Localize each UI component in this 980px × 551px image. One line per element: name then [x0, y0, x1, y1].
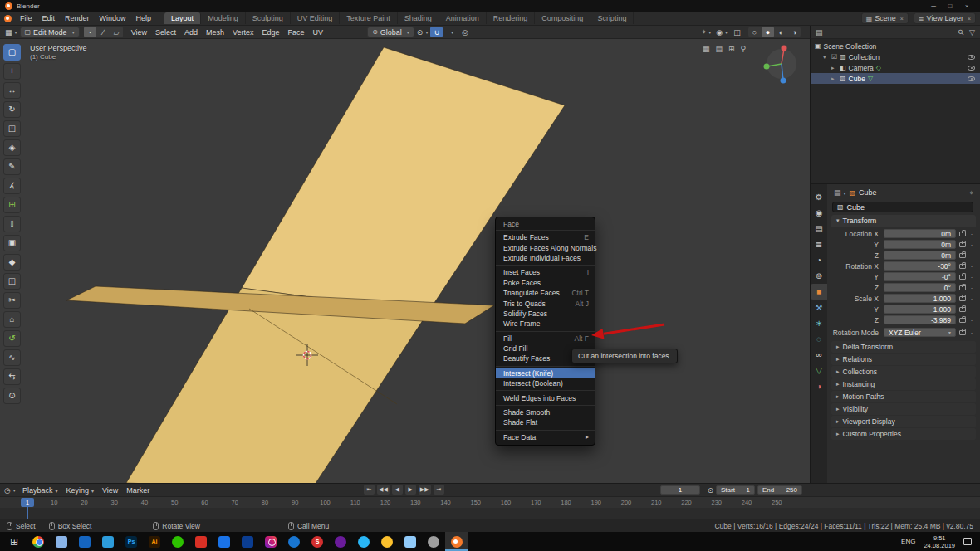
tool-extrude[interactable]: ⇧: [3, 216, 21, 232]
chrome-icon[interactable]: [27, 532, 50, 551]
section-delta-transform[interactable]: Delta Transform: [831, 341, 976, 353]
taskbar-app-icon-16[interactable]: [375, 532, 399, 551]
outliner-filter-icon[interactable]: ▽: [969, 28, 975, 37]
taskbar-app-icon-18[interactable]: [422, 532, 445, 551]
expand-arrow-icon[interactable]: ▸: [831, 76, 837, 82]
tray-clock[interactable]: 9:51 24.08.2019: [924, 534, 955, 549]
viewport-menu-vertex[interactable]: Vertex: [228, 27, 258, 37]
proportional-editing-icon[interactable]: ◎: [458, 27, 471, 37]
render-tab[interactable]: ◉: [811, 205, 827, 221]
modifiers-tab[interactable]: ⚒: [811, 300, 827, 315]
current-frame-field[interactable]: 1: [660, 485, 700, 495]
lock-icon[interactable]: [959, 232, 966, 236]
viewport-menu-add[interactable]: Add: [180, 27, 202, 37]
tool-spin[interactable]: ↺: [3, 330, 21, 347]
menu-file[interactable]: File: [15, 12, 37, 24]
blender-icon[interactable]: [445, 532, 468, 551]
decorator-dot[interactable]: [968, 284, 975, 292]
section-instancing[interactable]: Instancing: [831, 378, 976, 390]
workspace-tab-layout[interactable]: Layout: [164, 12, 201, 24]
photoshop-icon[interactable]: Ps: [120, 532, 143, 551]
decorator-dot[interactable]: [968, 329, 975, 337]
outliner-row-scene-collection[interactable]: ▣Scene Collection: [811, 41, 980, 51]
lock-icon[interactable]: [959, 264, 966, 269]
view-layer-unlink-icon[interactable]: ×: [968, 16, 971, 22]
visibility-eye-icon[interactable]: [968, 55, 975, 60]
play-reverse-button[interactable]: ◀: [392, 485, 403, 495]
section-custom-properties[interactable]: Custom Properties: [831, 428, 976, 440]
menu-item-solidify-faces[interactable]: Solidify Faces: [496, 309, 595, 319]
taskbar-app-icon-9[interactable]: [213, 532, 236, 551]
workspace-tab-rendering[interactable]: Rendering: [487, 12, 536, 24]
tool-bevel[interactable]: ◆: [3, 254, 21, 271]
lock-icon[interactable]: [959, 275, 966, 280]
decorator-dot[interactable]: [968, 316, 975, 324]
object-data-tab[interactable]: ▽: [811, 363, 827, 378]
menu-help[interactable]: Help: [131, 12, 157, 24]
menu-item-extrude-faces-along-normals[interactable]: Extrude Faces Along Normals: [496, 242, 595, 252]
viewport-menu-select[interactable]: Select: [151, 27, 180, 37]
visibility-eye-icon[interactable]: [968, 76, 975, 81]
transform-value-field[interactable]: 0°: [884, 283, 956, 292]
close-button[interactable]: ×: [958, 2, 975, 10]
lock-icon[interactable]: [959, 296, 966, 301]
next-keyframe-button[interactable]: ▶▶: [419, 485, 431, 495]
mode-dropdown[interactable]: ▢ Edit Mode: [20, 27, 80, 37]
transform-value-field[interactable]: -30°: [884, 261, 956, 271]
section-viewport-display[interactable]: Viewport Display: [831, 416, 976, 427]
transform-value-field[interactable]: 0m: [884, 251, 956, 260]
tool-loop-cut[interactable]: ◫: [3, 273, 21, 290]
workspace-tab-shading[interactable]: Shading: [398, 12, 439, 24]
pin-icon[interactable]: ⌖: [969, 188, 973, 197]
tool-move[interactable]: ↔: [3, 82, 21, 99]
decorator-dot[interactable]: [968, 273, 975, 281]
view-layer-selector[interactable]: ≣ View Layer ×: [914, 12, 976, 24]
rotation-mode-dropdown[interactable]: XYZ Euler: [884, 328, 956, 337]
transform-panel-header[interactable]: Transform: [831, 215, 976, 227]
viewport-menu-mesh[interactable]: Mesh: [202, 27, 228, 37]
taskbar-app-icon-15[interactable]: [352, 532, 375, 551]
tool-cursor[interactable]: +: [3, 63, 21, 80]
start-frame-field[interactable]: Start 1: [716, 485, 755, 495]
edge-select-mode[interactable]: ∕: [97, 27, 110, 37]
taskbar-app-icon-17[interactable]: [399, 532, 422, 551]
material-tab[interactable]: ◑: [811, 378, 827, 394]
transform-value-field[interactable]: -0°: [884, 272, 956, 281]
tool-edge-slide[interactable]: ⇆: [3, 368, 21, 385]
viewport-menu-edge[interactable]: Edge: [258, 27, 284, 37]
taskbar-app-icon-12[interactable]: [282, 532, 306, 551]
menu-item-intersect-knife[interactable]: Intersect (Knife): [496, 368, 595, 378]
overlays-toggle-icon[interactable]: ◉: [715, 27, 728, 37]
illustrator-icon[interactable]: Ai: [143, 532, 166, 551]
tool-select-box[interactable]: ▢: [3, 44, 21, 61]
constraints-tab[interactable]: ∞: [811, 347, 827, 363]
minimize-button[interactable]: ─: [925, 2, 942, 10]
tool-poly-build[interactable]: ⌂: [3, 311, 21, 328]
workspace-tab-uv-editing[interactable]: UV Editing: [291, 12, 341, 24]
physics-tab[interactable]: ◌: [811, 331, 827, 347]
proportional-view-icon[interactable]: ⊞: [728, 45, 735, 53]
decorator-dot[interactable]: [968, 230, 975, 238]
outliner-search-icon[interactable]: ⚲: [957, 27, 967, 37]
menu-render[interactable]: Render: [60, 12, 95, 24]
jump-to-start-button[interactable]: ⇤: [364, 485, 375, 495]
prev-keyframe-button[interactable]: ◀◀: [377, 485, 390, 495]
gizmo-toggle-icon[interactable]: ⌖: [700, 27, 713, 37]
wechat-icon[interactable]: [166, 532, 189, 551]
visibility-eye-icon[interactable]: [968, 66, 975, 71]
grid-toggle-icon[interactable]: ▦: [703, 45, 710, 53]
tray-language[interactable]: ENG: [901, 538, 915, 545]
notification-center-icon[interactable]: [963, 538, 972, 545]
scene-unlink-icon[interactable]: ×: [900, 16, 904, 22]
tool-shrink-fatten[interactable]: ⊙: [3, 388, 21, 404]
collection-checkbox[interactable]: ☑: [831, 53, 837, 61]
timeline-menu-view[interactable]: View: [98, 485, 122, 495]
menu-item-wire-frame[interactable]: Wire Frame: [496, 319, 595, 329]
layers-toggle-icon[interactable]: ▤: [716, 45, 723, 53]
lock-icon[interactable]: [959, 242, 966, 247]
viewport-menu-face[interactable]: Face: [284, 27, 309, 37]
tool-tab[interactable]: ⚙: [811, 189, 827, 205]
menu-edit[interactable]: Edit: [37, 12, 61, 24]
lock-icon[interactable]: [959, 253, 966, 258]
rendered-shading-icon[interactable]: ◑: [788, 27, 801, 37]
